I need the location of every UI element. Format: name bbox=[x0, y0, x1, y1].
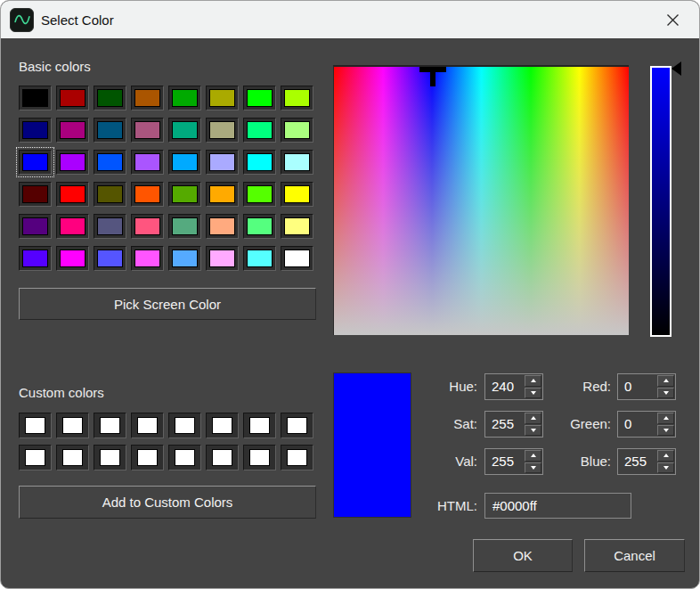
custom-color-swatch[interactable] bbox=[131, 413, 164, 438]
val-up-button[interactable] bbox=[525, 450, 541, 462]
hue-spinbox[interactable]: 240 bbox=[484, 373, 543, 400]
custom-color-swatch[interactable] bbox=[94, 413, 126, 438]
basic-color-swatch[interactable] bbox=[243, 246, 276, 271]
ok-button[interactable]: OK bbox=[473, 539, 573, 572]
custom-color-swatch[interactable] bbox=[168, 413, 201, 438]
basic-color-swatch[interactable] bbox=[94, 182, 126, 207]
value-slider[interactable] bbox=[650, 66, 672, 337]
basic-color-swatch[interactable] bbox=[94, 118, 126, 143]
sat-spinbox[interactable]: 255 bbox=[484, 411, 543, 438]
basic-color-swatch[interactable] bbox=[281, 86, 313, 110]
hue-up-button[interactable] bbox=[525, 375, 541, 387]
basic-color-swatch[interactable] bbox=[206, 182, 239, 207]
basic-color-swatch[interactable] bbox=[168, 150, 201, 175]
basic-color-swatch[interactable] bbox=[131, 182, 164, 207]
value-slider-handle-icon[interactable] bbox=[672, 61, 681, 76]
red-spinbox[interactable]: 0 bbox=[617, 373, 676, 400]
custom-color-swatch[interactable] bbox=[243, 445, 276, 470]
basic-color-swatch[interactable] bbox=[19, 182, 52, 207]
basic-color-swatch[interactable] bbox=[131, 150, 164, 175]
basic-color-swatch[interactable] bbox=[168, 182, 201, 207]
blue-value[interactable]: 255 bbox=[618, 449, 656, 474]
basic-color-swatch[interactable] bbox=[281, 150, 313, 175]
hue-down-button[interactable] bbox=[525, 388, 541, 399]
basic-colors-label: Basic colors bbox=[19, 59, 91, 74]
sat-up-button[interactable] bbox=[525, 413, 541, 424]
custom-color-swatch[interactable] bbox=[281, 445, 313, 470]
red-down-button[interactable] bbox=[657, 388, 674, 399]
basic-color-swatch[interactable] bbox=[19, 214, 52, 239]
sat-down-button[interactable] bbox=[525, 425, 541, 437]
add-to-custom-colors-button[interactable]: Add to Custom Colors bbox=[19, 486, 316, 519]
val-spinbox[interactable]: 255 bbox=[484, 448, 543, 475]
custom-color-swatch[interactable] bbox=[281, 413, 313, 438]
basic-color-swatch[interactable] bbox=[243, 214, 276, 239]
green-down-button[interactable] bbox=[657, 425, 674, 437]
html-color-input[interactable]: #0000ff bbox=[484, 493, 631, 519]
basic-color-swatch[interactable] bbox=[131, 86, 164, 110]
basic-color-swatch[interactable] bbox=[168, 86, 201, 110]
custom-color-swatch[interactable] bbox=[94, 445, 126, 470]
basic-color-swatch[interactable] bbox=[56, 86, 89, 110]
basic-color-swatch[interactable] bbox=[19, 118, 52, 143]
red-up-button[interactable] bbox=[657, 375, 674, 387]
custom-color-swatch[interactable] bbox=[131, 445, 164, 470]
basic-color-swatch[interactable] bbox=[56, 182, 89, 207]
green-up-button[interactable] bbox=[657, 413, 674, 424]
basic-color-swatch[interactable] bbox=[281, 118, 313, 143]
custom-color-swatch[interactable] bbox=[19, 413, 52, 438]
basic-color-swatch[interactable] bbox=[131, 214, 164, 239]
basic-color-swatch[interactable] bbox=[168, 246, 201, 271]
blue-down-button[interactable] bbox=[657, 462, 674, 474]
basic-color-swatch[interactable] bbox=[243, 118, 276, 143]
blue-spinbox[interactable]: 255 bbox=[617, 448, 676, 475]
val-spin-buttons bbox=[524, 449, 542, 474]
basic-color-swatch[interactable] bbox=[281, 246, 313, 271]
basic-color-swatch[interactable] bbox=[206, 214, 239, 239]
basic-color-swatch[interactable] bbox=[56, 150, 89, 175]
basic-color-swatch[interactable] bbox=[94, 150, 126, 175]
cancel-button[interactable]: Cancel bbox=[584, 539, 685, 572]
basic-color-swatch[interactable] bbox=[206, 150, 239, 175]
basic-color-swatch[interactable] bbox=[56, 246, 89, 271]
pick-screen-color-button[interactable]: Pick Screen Color bbox=[19, 288, 316, 320]
basic-color-swatch[interactable] bbox=[243, 182, 276, 207]
basic-color-swatch[interactable] bbox=[281, 214, 313, 239]
basic-color-swatch[interactable] bbox=[131, 246, 164, 271]
hue-saturation-map[interactable] bbox=[333, 65, 629, 335]
custom-color-swatch[interactable] bbox=[56, 445, 89, 470]
green-spinbox[interactable]: 0 bbox=[617, 411, 676, 438]
basic-color-swatch[interactable] bbox=[243, 150, 276, 175]
custom-color-swatch[interactable] bbox=[243, 413, 276, 438]
basic-color-swatch[interactable] bbox=[206, 118, 239, 143]
custom-color-swatch[interactable] bbox=[19, 445, 52, 470]
basic-color-swatch[interactable] bbox=[94, 86, 126, 110]
custom-color-swatch[interactable] bbox=[206, 445, 239, 470]
basic-color-swatch[interactable] bbox=[281, 182, 313, 207]
basic-color-swatch[interactable] bbox=[19, 86, 52, 110]
basic-color-swatch[interactable] bbox=[206, 86, 239, 110]
basic-color-swatch[interactable] bbox=[168, 214, 201, 239]
green-value[interactable]: 0 bbox=[618, 412, 656, 437]
basic-color-swatch[interactable] bbox=[19, 150, 52, 175]
basic-color-swatch[interactable] bbox=[94, 246, 126, 271]
custom-color-swatch[interactable] bbox=[206, 413, 239, 438]
basic-color-swatch[interactable] bbox=[168, 118, 201, 143]
custom-color-swatch[interactable] bbox=[56, 413, 89, 438]
basic-color-swatch[interactable] bbox=[19, 246, 52, 271]
basic-color-swatch[interactable] bbox=[94, 214, 126, 239]
val-down-button[interactable] bbox=[525, 462, 541, 474]
basic-color-swatch[interactable] bbox=[206, 246, 239, 271]
swatch-color bbox=[284, 217, 310, 235]
red-value[interactable]: 0 bbox=[618, 374, 656, 399]
sat-value[interactable]: 255 bbox=[485, 412, 524, 437]
close-button[interactable] bbox=[653, 1, 692, 38]
basic-color-swatch[interactable] bbox=[56, 118, 89, 143]
hue-value[interactable]: 240 bbox=[485, 374, 524, 399]
basic-color-swatch[interactable] bbox=[243, 86, 276, 110]
basic-color-swatch[interactable] bbox=[56, 214, 89, 239]
custom-color-swatch[interactable] bbox=[168, 445, 201, 470]
basic-color-swatch[interactable] bbox=[131, 118, 164, 143]
val-value[interactable]: 255 bbox=[485, 449, 524, 474]
blue-up-button[interactable] bbox=[657, 450, 674, 462]
